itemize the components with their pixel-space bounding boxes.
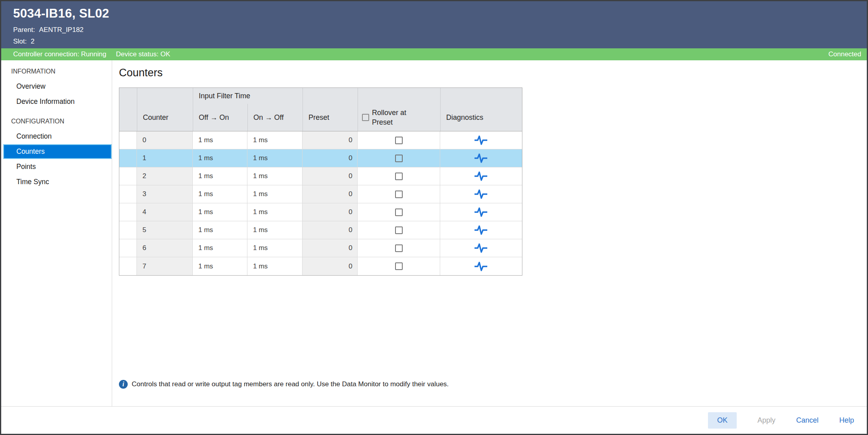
preset-cell: 0	[302, 185, 357, 203]
on-to-off-filter-cell[interactable]: 1 ms	[247, 239, 302, 257]
diagnostics-pulse-icon[interactable]	[473, 242, 488, 254]
page-title: Counters	[119, 67, 867, 79]
status-bar: Controller connection: Running Device st…	[1, 48, 867, 60]
diagnostics-cell	[440, 131, 521, 149]
preset-cell: 0	[302, 221, 357, 239]
off-to-on-filter-cell[interactable]: 1 ms	[192, 185, 247, 203]
rollover-cell	[357, 203, 440, 221]
connection-state-badge: Connected	[828, 50, 861, 58]
header-off-on: Off → On	[193, 104, 247, 131]
counter-row[interactable]: 3 1 ms 1 ms 0	[119, 185, 522, 203]
on-to-off-filter-cell[interactable]: 1 ms	[247, 131, 302, 149]
diagnostics-pulse-icon[interactable]	[473, 134, 488, 146]
apply-button[interactable]: Apply	[757, 416, 775, 425]
sidebar-item-points[interactable]: Points	[1, 159, 112, 174]
controller-connection-status: Controller connection: Running	[13, 50, 106, 58]
sidebar-item-connection[interactable]: Connection	[1, 129, 112, 144]
sidebar-item-time-sync[interactable]: Time Sync	[1, 175, 112, 189]
off-to-on-filter-cell[interactable]: 1 ms	[192, 257, 247, 275]
rollover-checkbox[interactable]	[395, 244, 403, 252]
parent-line: Parent: AENTR_IP182	[13, 26, 867, 34]
rollover-checkbox[interactable]	[395, 226, 403, 234]
rollover-checkbox[interactable]	[395, 191, 403, 198]
counter-cell: 4	[136, 203, 192, 221]
diagnostics-pulse-icon[interactable]	[473, 170, 488, 182]
counter-row[interactable]: 5 1 ms 1 ms 0	[119, 221, 522, 239]
counter-row[interactable]: 6 1 ms 1 ms 0	[119, 239, 522, 257]
window-titlebar: 5034-IB16, SL02 Parent: AENTR_IP182 Slot…	[1, 1, 867, 48]
counters-table-body: 0 1 ms 1 ms 0 1 1 ms 1 ms 0	[119, 131, 522, 276]
counter-row[interactable]: 4 1 ms 1 ms 0	[119, 203, 522, 221]
rollover-cell	[357, 149, 440, 167]
main-area: INFORMATION Overview Device Information …	[1, 60, 867, 406]
on-to-off-filter-cell[interactable]: 1 ms	[247, 167, 302, 185]
ok-button[interactable]: OK	[708, 412, 737, 429]
preset-cell: 0	[302, 239, 357, 257]
sidebar-item-counters[interactable]: Counters	[3, 144, 112, 159]
on-to-off-filter-cell[interactable]: 1 ms	[247, 149, 302, 167]
header-input-filter-time: Input Filter Time	[193, 88, 303, 104]
row-selector-cell[interactable]	[119, 167, 136, 185]
diagnostics-cell	[440, 149, 521, 167]
counter-cell: 0	[136, 131, 192, 149]
counter-row[interactable]: 7 1 ms 1 ms 0	[119, 257, 522, 275]
preset-cell: 0	[302, 257, 357, 275]
rollover-checkbox[interactable]	[395, 155, 403, 162]
header-rollover-label: Rollover at Preset	[372, 108, 416, 127]
rollover-cell	[357, 131, 440, 149]
on-to-off-filter-cell[interactable]: 1 ms	[247, 185, 302, 203]
rollover-all-checkbox[interactable]	[362, 114, 369, 121]
sidebar-section-information: INFORMATION	[1, 64, 112, 79]
info-icon: i	[119, 380, 128, 389]
row-selector-cell[interactable]	[119, 185, 136, 203]
diagnostics-cell	[440, 239, 521, 257]
counter-row[interactable]: 1 1 ms 1 ms 0	[119, 149, 522, 167]
on-to-off-filter-cell[interactable]: 1 ms	[247, 221, 302, 239]
row-selector-cell[interactable]	[119, 239, 136, 257]
header-counter: Counter	[137, 88, 193, 131]
diagnostics-cell	[440, 167, 521, 185]
diagnostics-pulse-icon[interactable]	[473, 188, 488, 200]
rollover-checkbox[interactable]	[395, 209, 403, 216]
rollover-checkbox[interactable]	[395, 173, 403, 180]
off-to-on-filter-cell[interactable]: 1 ms	[192, 149, 247, 167]
off-to-on-filter-cell[interactable]: 1 ms	[192, 167, 247, 185]
on-to-off-filter-cell[interactable]: 1 ms	[247, 203, 302, 221]
diagnostics-pulse-icon[interactable]	[473, 206, 488, 218]
rollover-checkbox[interactable]	[395, 262, 403, 270]
sidebar-nav: INFORMATION Overview Device Information …	[1, 60, 112, 406]
row-selector-cell[interactable]	[119, 149, 136, 167]
rollover-cell	[357, 257, 440, 275]
row-selector-cell[interactable]	[119, 203, 136, 221]
header-preset: Preset	[303, 88, 358, 131]
row-selector-cell[interactable]	[119, 131, 136, 149]
counters-table-header: Counter Input Filter Time Off → On On → …	[119, 87, 522, 131]
counter-row[interactable]: 2 1 ms 1 ms 0	[119, 167, 522, 185]
off-to-on-filter-cell[interactable]: 1 ms	[192, 221, 247, 239]
off-to-on-filter-cell[interactable]: 1 ms	[192, 203, 247, 221]
sidebar-item-device-information[interactable]: Device Information	[1, 94, 112, 109]
header-rollover-at-preset: Rollover at Preset	[358, 88, 440, 131]
device-status: Device status: OK	[116, 50, 170, 58]
read-only-note: i Controls that read or write output tag…	[119, 380, 449, 389]
row-selector-cell[interactable]	[119, 257, 136, 275]
read-only-note-text: Controls that read or write output tag m…	[132, 380, 449, 388]
rollover-cell	[357, 239, 440, 257]
diagnostics-pulse-icon[interactable]	[473, 260, 488, 272]
rollover-cell	[357, 185, 440, 203]
diagnostics-pulse-icon[interactable]	[473, 152, 488, 164]
counter-cell: 3	[136, 185, 192, 203]
on-to-off-filter-cell[interactable]: 1 ms	[247, 257, 302, 275]
parent-value: AENTR_IP182	[39, 26, 84, 34]
counter-cell: 1	[136, 149, 192, 167]
row-selector-cell[interactable]	[119, 221, 136, 239]
sidebar-item-overview[interactable]: Overview	[1, 79, 112, 94]
off-to-on-filter-cell[interactable]: 1 ms	[192, 131, 247, 149]
off-to-on-filter-cell[interactable]: 1 ms	[192, 239, 247, 257]
rollover-checkbox[interactable]	[395, 137, 403, 144]
preset-cell: 0	[302, 149, 357, 167]
diagnostics-pulse-icon[interactable]	[473, 224, 488, 236]
help-button[interactable]: Help	[839, 416, 854, 425]
counter-row[interactable]: 0 1 ms 1 ms 0	[119, 131, 522, 149]
cancel-button[interactable]: Cancel	[796, 416, 819, 425]
